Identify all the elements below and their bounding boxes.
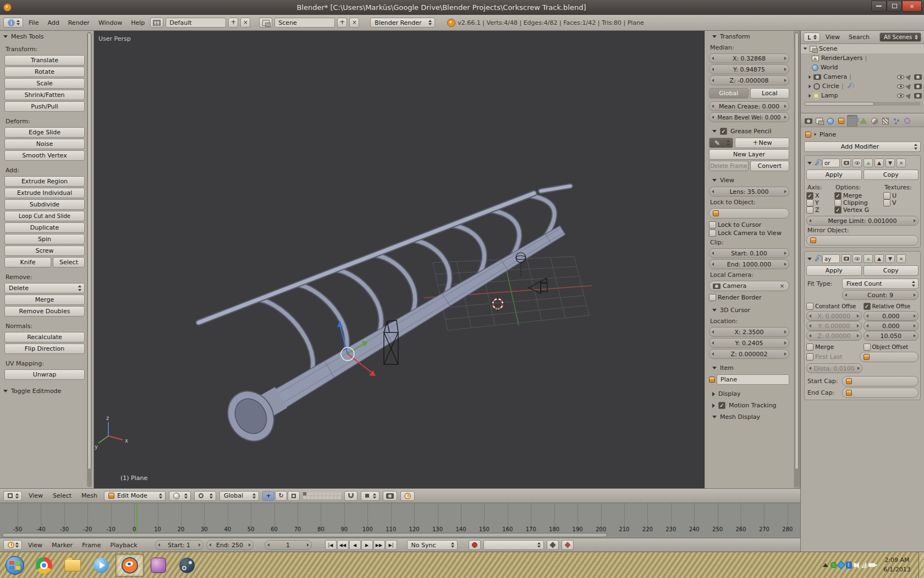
menu-render[interactable]: Render	[65, 18, 93, 28]
taskbar-chrome-icon[interactable]	[30, 554, 58, 577]
n-panel-scrollbar[interactable]	[794, 31, 800, 488]
delete-frame-button[interactable]: Delete Frame	[709, 161, 749, 171]
duplicate-button[interactable]: Duplicate	[4, 222, 85, 233]
collapse-icon[interactable]	[807, 162, 812, 165]
record-button[interactable]	[469, 540, 481, 550]
lock-object-field[interactable]	[709, 208, 789, 219]
opengl-render-button[interactable]	[383, 491, 397, 501]
add-layout-button[interactable]	[228, 18, 238, 28]
expand-icon[interactable]	[809, 94, 811, 97]
viewport-3d[interactable]: x y z User Persp (1) Plane	[94, 31, 704, 488]
grease-new-button[interactable]: New	[735, 138, 789, 148]
taskbar-steam-icon[interactable]	[173, 554, 201, 577]
convert-button[interactable]: Convert	[750, 161, 790, 171]
timeline-playback-menu[interactable]: Playback	[107, 540, 140, 550]
current-frame-field[interactable]: 1	[265, 540, 312, 550]
lock-to-cursor-checkbox[interactable]	[709, 221, 716, 228]
viewport-view-menu[interactable]: View	[25, 490, 46, 501]
scene-field[interactable]: Scene	[274, 18, 335, 28]
remove-doubles-button[interactable]: Remove Doubles	[4, 306, 85, 317]
median-y-slider[interactable]: Y: 0.94875	[709, 64, 789, 74]
cursor-3d[interactable]	[490, 296, 505, 312]
timeline-view-menu[interactable]: View	[25, 540, 46, 550]
start-button[interactable]	[0, 556, 30, 575]
delete-modifier-button[interactable]: ×	[897, 159, 906, 167]
editmode-visibility-toggle[interactable]	[864, 159, 873, 167]
viewport-editor-type-button[interactable]	[3, 491, 22, 501]
loop-cut-button[interactable]: Loop Cut and Slide	[4, 211, 85, 221]
selectability-icon[interactable]	[905, 73, 912, 80]
lock-camera-checkbox[interactable]	[709, 230, 716, 237]
visibility-eye-icon[interactable]	[897, 84, 904, 89]
taskbar-explorer-icon[interactable]	[58, 554, 87, 577]
sync-dropdown[interactable]: No Sync	[407, 540, 458, 550]
extrude-individual-button[interactable]: Extrude Individual	[4, 188, 85, 198]
prev-keyframe-button[interactable]: ◀◀	[337, 540, 349, 550]
tray-expand-arrow[interactable]	[822, 561, 829, 569]
fit-type-dropdown[interactable]: Fixed Count	[842, 279, 919, 289]
timeline-marker-menu[interactable]: Marker	[48, 540, 76, 550]
noise-button[interactable]: Noise	[4, 139, 85, 149]
axis-x-checkbox[interactable]	[806, 192, 813, 199]
menu-add[interactable]: Add	[44, 18, 62, 28]
extrude-region-button[interactable]: Extrude Region	[4, 176, 85, 187]
delete-modifier-button[interactable]: ×	[897, 254, 906, 263]
outliner-row-lamp[interactable]: Lamp	[801, 91, 924, 100]
relative-x-slider[interactable]: 0.000	[864, 311, 919, 321]
vertex-groups-checkbox[interactable]	[834, 206, 842, 214]
median-x-slider[interactable]: X: 0.32868	[709, 53, 789, 63]
mean-crease-slider[interactable]: Mean Crease: 0.000	[709, 101, 789, 111]
editor-type-button[interactable]	[3, 18, 23, 28]
mean-bevel-slider[interactable]: Mean Bevel Wei: 0.000	[709, 112, 789, 122]
first-last-checkbox[interactable]	[806, 353, 813, 361]
outliner-view-menu[interactable]: View	[822, 32, 843, 42]
show-desktop-button[interactable]	[919, 552, 924, 578]
texture-u-checkbox[interactable]	[883, 192, 890, 199]
timeline-editor-type-button[interactable]	[3, 540, 22, 550]
orientation-dropdown[interactable]: Global	[219, 491, 259, 501]
selectability-icon[interactable]	[905, 83, 912, 90]
delete-layout-button[interactable]	[240, 18, 250, 28]
title-bar[interactable]: Blender* [C:\Users\Marküs\Google Drive\B…	[0, 0, 924, 15]
move-up-button[interactable]: ▲	[875, 159, 884, 167]
rotate-button[interactable]: Rotate	[4, 67, 85, 77]
outliner-row-camera[interactable]: Camera|	[801, 72, 924, 81]
array-merge-checkbox[interactable]	[806, 343, 813, 351]
tab-world[interactable]	[825, 115, 835, 127]
tab-object-data[interactable]	[858, 115, 868, 127]
outliner-editor-type-button[interactable]	[804, 32, 820, 42]
jump-to-start-button[interactable]: |◀	[325, 540, 337, 550]
add-scene-button[interactable]	[337, 18, 347, 28]
camera-object[interactable]	[529, 278, 547, 293]
taskbar-clock[interactable]: 2:09 AM 6/1/2013	[876, 556, 919, 574]
modifier-name-field[interactable]: or	[822, 159, 840, 167]
unwrap-button[interactable]: Unwrap	[4, 369, 85, 380]
tab-physics[interactable]	[902, 115, 912, 127]
screen-layout-browse-button[interactable]	[150, 18, 163, 28]
taskbar-blender-icon[interactable]	[116, 554, 144, 577]
cursor-x-slider[interactable]: X: 2.3500	[709, 327, 789, 337]
count-slider[interactable]: Count: 9	[842, 290, 919, 300]
outliner-h-scrollbar[interactable]	[804, 102, 921, 106]
knife-select-button[interactable]: Select	[53, 257, 85, 268]
tab-object[interactable]	[836, 115, 846, 127]
constant-x-slider[interactable]: X: 0.00000	[806, 311, 862, 321]
mesh-display-panel-header[interactable]: Mesh Display	[709, 411, 789, 423]
viewport-visibility-toggle[interactable]	[853, 254, 862, 263]
toggle-editmode-panel-header[interactable]: Toggle Editmode	[0, 385, 94, 397]
timeline-ruler[interactable]: -50-40-30-20-100102030405060708090100110…	[0, 503, 800, 538]
editmode-visibility-toggle[interactable]	[864, 254, 873, 263]
flip-direction-button[interactable]: Flip Direction	[4, 343, 85, 354]
add-modifier-dropdown[interactable]: Add Modifier	[804, 141, 921, 152]
play-button[interactable]: ▶	[361, 540, 373, 550]
copy-button[interactable]: Copy	[864, 170, 919, 180]
tab-render[interactable]	[803, 115, 813, 127]
expand-icon[interactable]	[809, 75, 811, 78]
viewport-select-menu[interactable]: Select	[50, 490, 75, 501]
move-up-button[interactable]: ▲	[875, 254, 884, 263]
edge-slide-button[interactable]: Edge Slide	[4, 127, 85, 138]
apply-button[interactable]: Apply	[806, 265, 862, 276]
grease-draw-dropdown[interactable]	[709, 138, 733, 148]
display-panel-header[interactable]: Display	[709, 388, 789, 400]
start-cap-field[interactable]	[842, 376, 919, 386]
